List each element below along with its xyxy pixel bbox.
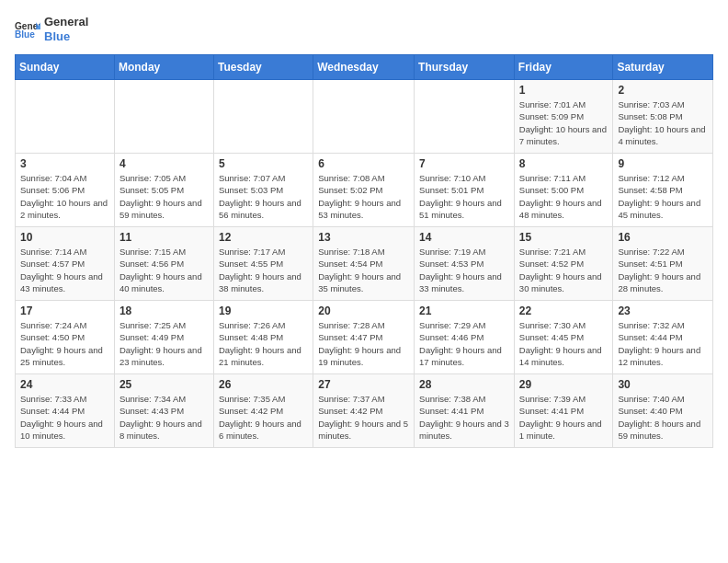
day-number: 26 <box>219 378 308 391</box>
day-number: 6 <box>318 157 409 170</box>
calendar-cell: 4Sunrise: 7:05 AM Sunset: 5:05 PM Daylig… <box>114 154 213 227</box>
calendar-cell: 29Sunrise: 7:39 AM Sunset: 4:41 PM Dayli… <box>514 374 613 448</box>
day-number: 9 <box>618 157 708 170</box>
day-number: 22 <box>519 304 609 317</box>
calendar-cell: 11Sunrise: 7:15 AM Sunset: 4:56 PM Dayli… <box>114 227 213 301</box>
day-info: Sunrise: 7:33 AM Sunset: 4:44 PM Dayligh… <box>20 393 109 442</box>
day-info: Sunrise: 7:08 AM Sunset: 5:02 PM Dayligh… <box>318 172 409 221</box>
calendar-week-3: 10Sunrise: 7:14 AM Sunset: 4:57 PM Dayli… <box>16 227 713 301</box>
day-number: 4 <box>119 157 209 170</box>
day-info: Sunrise: 7:34 AM Sunset: 4:43 PM Dayligh… <box>119 393 209 442</box>
day-info: Sunrise: 7:22 AM Sunset: 4:51 PM Dayligh… <box>618 246 708 294</box>
header-monday: Monday <box>114 55 213 80</box>
calendar-cell <box>114 80 213 154</box>
day-number: 29 <box>519 378 609 391</box>
calendar-cell: 19Sunrise: 7:26 AM Sunset: 4:48 PM Dayli… <box>213 301 313 374</box>
day-info: Sunrise: 7:40 AM Sunset: 4:40 PM Dayligh… <box>618 393 708 442</box>
calendar-cell: 26Sunrise: 7:35 AM Sunset: 4:42 PM Dayli… <box>213 374 313 448</box>
day-number: 11 <box>119 231 209 244</box>
svg-text:Blue: Blue <box>15 29 35 40</box>
day-number: 28 <box>419 378 509 391</box>
calendar-cell: 24Sunrise: 7:33 AM Sunset: 4:44 PM Dayli… <box>16 374 115 448</box>
day-info: Sunrise: 7:04 AM Sunset: 5:06 PM Dayligh… <box>20 172 109 221</box>
day-number: 30 <box>618 378 708 391</box>
calendar-week-5: 24Sunrise: 7:33 AM Sunset: 4:44 PM Dayli… <box>16 374 713 448</box>
day-info: Sunrise: 7:21 AM Sunset: 4:52 PM Dayligh… <box>519 246 609 294</box>
day-info: Sunrise: 7:39 AM Sunset: 4:41 PM Dayligh… <box>519 393 609 442</box>
calendar-cell: 7Sunrise: 7:10 AM Sunset: 5:01 PM Daylig… <box>415 154 515 227</box>
calendar-cell: 15Sunrise: 7:21 AM Sunset: 4:52 PM Dayli… <box>514 227 613 301</box>
calendar-cell: 2Sunrise: 7:03 AM Sunset: 5:08 PM Daylig… <box>613 80 713 154</box>
calendar-cell: 20Sunrise: 7:28 AM Sunset: 4:47 PM Dayli… <box>313 301 415 374</box>
day-info: Sunrise: 7:10 AM Sunset: 5:01 PM Dayligh… <box>419 172 509 221</box>
day-number: 5 <box>219 157 308 170</box>
day-info: Sunrise: 7:05 AM Sunset: 5:05 PM Dayligh… <box>119 172 209 221</box>
day-info: Sunrise: 7:01 AM Sunset: 5:09 PM Dayligh… <box>519 98 609 147</box>
day-info: Sunrise: 7:32 AM Sunset: 4:44 PM Dayligh… <box>618 319 708 368</box>
day-number: 3 <box>20 157 109 170</box>
logo: General Blue General Blue <box>15 15 88 43</box>
calendar-week-2: 3Sunrise: 7:04 AM Sunset: 5:06 PM Daylig… <box>16 154 713 227</box>
day-info: Sunrise: 7:38 AM Sunset: 4:41 PM Dayligh… <box>419 393 509 442</box>
calendar-cell <box>16 80 115 154</box>
calendar-cell: 13Sunrise: 7:18 AM Sunset: 4:54 PM Dayli… <box>313 227 415 301</box>
day-info: Sunrise: 7:12 AM Sunset: 4:58 PM Dayligh… <box>618 172 708 221</box>
day-info: Sunrise: 7:37 AM Sunset: 4:42 PM Dayligh… <box>318 393 409 442</box>
day-number: 25 <box>119 378 209 391</box>
calendar-cell: 18Sunrise: 7:25 AM Sunset: 4:49 PM Dayli… <box>114 301 213 374</box>
calendar-cell: 9Sunrise: 7:12 AM Sunset: 4:58 PM Daylig… <box>613 154 713 227</box>
day-info: Sunrise: 7:28 AM Sunset: 4:47 PM Dayligh… <box>318 319 409 368</box>
header-wednesday: Wednesday <box>313 55 415 80</box>
day-number: 21 <box>419 304 509 317</box>
header-tuesday: Tuesday <box>213 55 313 80</box>
calendar-cell: 1Sunrise: 7:01 AM Sunset: 5:09 PM Daylig… <box>514 80 613 154</box>
header: General Blue General Blue <box>15 15 713 43</box>
calendar-week-4: 17Sunrise: 7:24 AM Sunset: 4:50 PM Dayli… <box>16 301 713 374</box>
logo-general: General <box>44 15 88 29</box>
day-info: Sunrise: 7:24 AM Sunset: 4:50 PM Dayligh… <box>20 319 109 368</box>
calendar-cell: 10Sunrise: 7:14 AM Sunset: 4:57 PM Dayli… <box>16 227 115 301</box>
calendar-header-row: SundayMondayTuesdayWednesdayThursdayFrid… <box>16 55 713 80</box>
day-number: 13 <box>318 231 409 244</box>
day-info: Sunrise: 7:19 AM Sunset: 4:53 PM Dayligh… <box>419 246 509 294</box>
day-number: 2 <box>618 84 708 97</box>
day-info: Sunrise: 7:11 AM Sunset: 5:00 PM Dayligh… <box>519 172 609 221</box>
calendar-cell: 21Sunrise: 7:29 AM Sunset: 4:46 PM Dayli… <box>415 301 515 374</box>
day-number: 23 <box>618 304 708 317</box>
calendar-cell <box>415 80 515 154</box>
calendar-cell: 6Sunrise: 7:08 AM Sunset: 5:02 PM Daylig… <box>313 154 415 227</box>
day-info: Sunrise: 7:07 AM Sunset: 5:03 PM Dayligh… <box>219 172 308 221</box>
calendar-cell: 14Sunrise: 7:19 AM Sunset: 4:53 PM Dayli… <box>415 227 515 301</box>
day-number: 1 <box>519 84 609 97</box>
day-number: 18 <box>119 304 209 317</box>
day-number: 15 <box>519 231 609 244</box>
calendar-cell: 27Sunrise: 7:37 AM Sunset: 4:42 PM Dayli… <box>313 374 415 448</box>
day-info: Sunrise: 7:18 AM Sunset: 4:54 PM Dayligh… <box>318 246 409 294</box>
day-info: Sunrise: 7:30 AM Sunset: 4:45 PM Dayligh… <box>519 319 609 368</box>
day-info: Sunrise: 7:14 AM Sunset: 4:57 PM Dayligh… <box>20 246 109 294</box>
header-thursday: Thursday <box>415 55 515 80</box>
day-info: Sunrise: 7:25 AM Sunset: 4:49 PM Dayligh… <box>119 319 209 368</box>
day-number: 8 <box>519 157 609 170</box>
calendar-cell <box>313 80 415 154</box>
day-info: Sunrise: 7:35 AM Sunset: 4:42 PM Dayligh… <box>219 393 308 442</box>
calendar-cell: 22Sunrise: 7:30 AM Sunset: 4:45 PM Dayli… <box>514 301 613 374</box>
day-number: 27 <box>318 378 409 391</box>
day-info: Sunrise: 7:15 AM Sunset: 4:56 PM Dayligh… <box>119 246 209 294</box>
calendar-cell: 16Sunrise: 7:22 AM Sunset: 4:51 PM Dayli… <box>613 227 713 301</box>
calendar-cell: 8Sunrise: 7:11 AM Sunset: 5:00 PM Daylig… <box>514 154 613 227</box>
day-info: Sunrise: 7:26 AM Sunset: 4:48 PM Dayligh… <box>219 319 308 368</box>
calendar-cell: 28Sunrise: 7:38 AM Sunset: 4:41 PM Dayli… <box>415 374 515 448</box>
day-number: 17 <box>20 304 109 317</box>
day-number: 14 <box>419 231 509 244</box>
day-number: 10 <box>20 231 109 244</box>
header-friday: Friday <box>514 55 613 80</box>
calendar-cell: 23Sunrise: 7:32 AM Sunset: 4:44 PM Dayli… <box>613 301 713 374</box>
day-number: 20 <box>318 304 409 317</box>
day-number: 19 <box>219 304 308 317</box>
day-number: 7 <box>419 157 509 170</box>
header-sunday: Sunday <box>16 55 115 80</box>
calendar: SundayMondayTuesdayWednesdayThursdayFrid… <box>15 54 713 448</box>
calendar-cell: 30Sunrise: 7:40 AM Sunset: 4:40 PM Dayli… <box>613 374 713 448</box>
calendar-cell <box>213 80 313 154</box>
